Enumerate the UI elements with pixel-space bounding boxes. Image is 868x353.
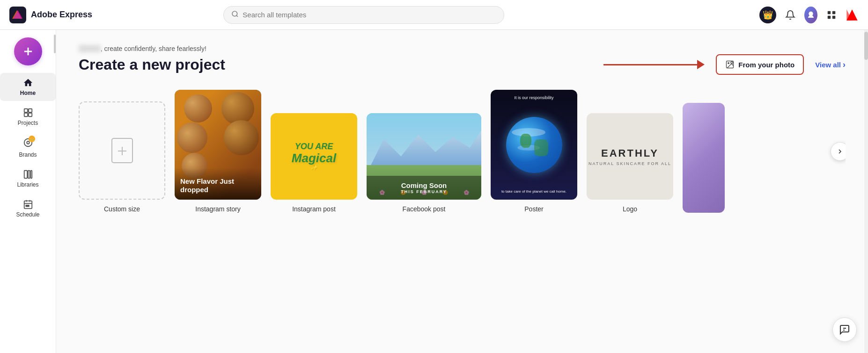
arrow-line xyxy=(603,64,697,65)
template-label-facebook: Facebook post xyxy=(403,205,446,213)
svg-rect-19 xyxy=(24,171,27,179)
chat-fab-button[interactable] xyxy=(832,317,857,342)
template-item-partial xyxy=(683,103,725,213)
sidebar-libraries-label: Libraries xyxy=(17,181,38,188)
app-header: Adobe Express 👑 xyxy=(0,0,868,30)
sidebar-item-brands[interactable]: 👑 Brands xyxy=(0,133,56,163)
template-item-instagram-post: YOU ARE Magical ✨ Instagram post xyxy=(271,113,357,213)
partial-background xyxy=(683,103,725,213)
story-headline: New Flavor Just dropped xyxy=(180,177,256,194)
sidebar-item-schedule[interactable]: Schedule xyxy=(0,195,56,223)
search-bar[interactable] xyxy=(223,6,504,24)
view-all-chevron: › xyxy=(843,60,846,70)
app-logo-icon xyxy=(9,7,26,23)
search-icon xyxy=(231,10,239,20)
svg-rect-5 xyxy=(828,11,831,14)
template-thumb-facebook[interactable]: 🌸 🌼 🌸 🌼 🌸 Coming Soon THIS FEBRUARY xyxy=(367,113,481,200)
story-text-overlay: New Flavor Just dropped xyxy=(175,168,261,200)
svg-point-3 xyxy=(232,11,237,16)
search-input[interactable] xyxy=(243,11,496,19)
scrollbar-thumb xyxy=(54,35,56,53)
app-name: Adobe Express xyxy=(31,10,92,20)
template-label-logo: Logo xyxy=(623,205,637,213)
logo-background: EARTHLY NATURAL SKINCARE FOR ALL xyxy=(587,113,673,200)
story-background: New Flavor Just dropped xyxy=(175,90,261,200)
user-avatar[interactable]: 👑 xyxy=(759,7,776,23)
view-all-label: View all xyxy=(815,61,841,69)
template-label-post: Instagram post xyxy=(292,205,336,213)
from-photo-label: From your photo xyxy=(738,61,794,69)
scrollbar-thumb-main xyxy=(864,32,868,60)
svg-line-4 xyxy=(236,15,238,17)
svg-rect-7 xyxy=(828,15,831,18)
sidebar-item-libraries[interactable]: Libraries xyxy=(0,165,56,193)
template-thumb-custom[interactable] xyxy=(79,101,165,200)
svg-rect-21 xyxy=(30,171,32,179)
welcome-text: , create confidently, share fearlessly! xyxy=(79,45,846,52)
create-button[interactable] xyxy=(14,37,42,65)
big-arrow xyxy=(603,60,705,69)
logo-tagline: NATURAL SKINCARE FOR ALL xyxy=(588,161,671,166)
template-thumb-partial[interactable] xyxy=(683,103,725,213)
sidebar-brands-label: Brands xyxy=(19,151,37,158)
svg-rect-13 xyxy=(24,109,27,112)
main-scrollbar[interactable] xyxy=(864,30,868,353)
template-item-instagram-story: New Flavor Just dropped Instagram story xyxy=(175,90,261,213)
facebook-text: Coming Soon THIS FEBRUARY xyxy=(367,176,481,200)
template-thumb-story[interactable]: New Flavor Just dropped xyxy=(175,90,261,200)
template-item-poster: It is our responsibility to take care of… xyxy=(491,90,577,213)
poster-earth-image xyxy=(506,117,562,173)
poster-bottom-text: to take care of the planet we call home. xyxy=(491,189,577,194)
svg-rect-8 xyxy=(832,15,835,18)
logo-brand-name: EARTHLY xyxy=(601,147,659,159)
from-photo-button[interactable]: From your photo xyxy=(716,54,804,75)
main-content: , create confidently, share fearlessly! … xyxy=(56,30,868,353)
avatar xyxy=(804,7,817,23)
post-background: YOU ARE Magical ✨ xyxy=(271,113,357,200)
sidebar-scrollbar xyxy=(54,30,56,353)
sidebar: Home Projects 👑 Brands xyxy=(0,30,56,353)
arrow-annotation xyxy=(603,60,705,69)
svg-point-18 xyxy=(27,141,29,144)
arrow-head xyxy=(697,60,705,69)
svg-rect-27 xyxy=(28,205,29,207)
svg-rect-14 xyxy=(28,109,31,112)
section-actions: From your photo View all › xyxy=(603,54,846,75)
template-thumb-logo[interactable]: EARTHLY NATURAL SKINCARE FOR ALL xyxy=(587,113,673,200)
apps-grid-icon[interactable] xyxy=(825,8,838,22)
fb-subtext: THIS FEBRUARY xyxy=(372,189,476,194)
facebook-background: 🌸 🌼 🌸 🌼 🌸 Coming Soon THIS FEBRUARY xyxy=(367,113,481,200)
welcome-suffix: , create confidently, share fearlessly! xyxy=(101,45,206,52)
poster-top-text: It is our responsibility xyxy=(491,95,577,100)
sidebar-item-projects[interactable]: Projects xyxy=(0,103,56,131)
template-thumb-post[interactable]: YOU ARE Magical ✨ xyxy=(271,113,357,200)
template-thumb-poster[interactable]: It is our responsibility to take care of… xyxy=(491,90,577,200)
post-text: YOU ARE Magical ✨ xyxy=(292,142,336,171)
adobe-icon[interactable] xyxy=(846,8,859,22)
sidebar-item-home[interactable]: Home xyxy=(0,73,56,101)
fb-headline: Coming Soon xyxy=(372,181,476,189)
section-title: Create a new project xyxy=(79,56,225,73)
svg-point-29 xyxy=(728,63,729,64)
svg-rect-22 xyxy=(24,201,32,209)
brands-icon-wrap: 👑 xyxy=(23,137,33,150)
main-layout: Home Projects 👑 Brands xyxy=(0,0,868,353)
template-item-custom: Custom size xyxy=(79,101,165,213)
sidebar-projects-label: Projects xyxy=(18,120,38,126)
header-actions: 👑 xyxy=(759,7,859,23)
carousel-next-button[interactable] xyxy=(831,142,846,161)
custom-inner xyxy=(111,137,133,164)
view-all-button[interactable]: View all › xyxy=(815,60,846,70)
bell-icon[interactable] xyxy=(784,8,797,22)
user-profile-icon[interactable] xyxy=(804,8,817,22)
templates-row: Custom size New Flavor Just dr xyxy=(79,90,846,213)
svg-rect-16 xyxy=(28,113,31,116)
template-label-poster: Poster xyxy=(524,205,543,213)
svg-rect-15 xyxy=(24,113,27,116)
svg-point-30 xyxy=(731,62,733,64)
logo[interactable]: Adobe Express xyxy=(9,7,92,23)
poster-background: It is our responsibility to take care of… xyxy=(491,90,577,200)
section-header: Create a new project xyxy=(79,54,846,75)
svg-rect-26 xyxy=(26,205,27,207)
svg-rect-20 xyxy=(28,171,30,179)
